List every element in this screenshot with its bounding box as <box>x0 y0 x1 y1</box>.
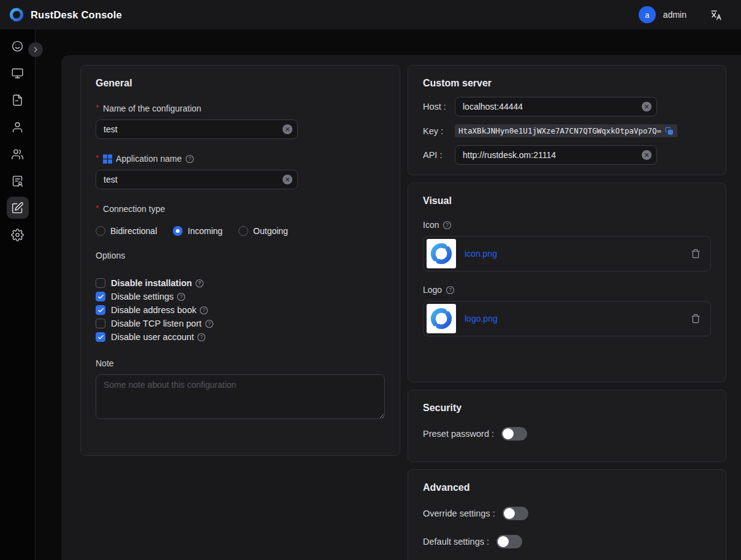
svg-text:?: ? <box>180 293 183 300</box>
logo-file-link[interactable]: logo.png <box>465 314 498 324</box>
svg-text:?: ? <box>198 280 201 286</box>
checkbox-disable-settings[interactable]: Disable settings ? <box>96 290 385 303</box>
sidebar-rail <box>0 29 36 560</box>
name-config-label: * Name of the configuration <box>96 104 385 113</box>
custom-server-title: Custom server <box>423 78 711 89</box>
rustdesk-logo-icon <box>9 7 25 23</box>
clear-api-icon[interactable]: ✕ <box>642 150 652 160</box>
required-asterisk: * <box>96 203 99 213</box>
sidebar-item-audit[interactable] <box>7 170 29 192</box>
api-input[interactable] <box>455 145 657 165</box>
settings-gear-icon <box>11 229 24 241</box>
application-name-input[interactable] <box>96 170 298 189</box>
help-icon[interactable]: ? <box>195 279 204 288</box>
windows-icon <box>103 154 112 164</box>
clear-name-icon[interactable]: ✕ <box>283 124 292 134</box>
toggle-knob <box>504 508 515 519</box>
copy-icon[interactable] <box>665 127 674 135</box>
general-title: General <box>96 78 385 89</box>
sidebar-item-devices[interactable] <box>7 62 29 84</box>
sidebar-item-settings[interactable] <box>7 224 29 246</box>
radio-circle-icon <box>173 226 183 236</box>
checkbox-disable-installation[interactable]: Disable installation ? <box>96 276 385 290</box>
preset-password-toggle[interactable] <box>501 427 527 441</box>
visual-title: Visual <box>423 195 711 206</box>
key-label: Key : <box>423 126 455 136</box>
general-card: General * Name of the configuration ✕ * … <box>80 65 400 456</box>
checkbox-icon <box>96 332 105 342</box>
checkbox-disable-address-book[interactable]: Disable address book ? <box>96 303 385 317</box>
user-name[interactable]: admin <box>663 10 686 20</box>
edit-icon <box>11 202 24 214</box>
override-settings-label: Override settings : <box>423 509 495 518</box>
logo-label: Logo ? <box>423 285 711 295</box>
radio-incoming[interactable]: Incoming <box>173 226 222 236</box>
help-icon[interactable]: ? <box>205 319 214 328</box>
note-textarea[interactable] <box>96 374 385 419</box>
help-icon[interactable]: ? <box>443 221 452 230</box>
translate-icon[interactable] <box>710 9 723 21</box>
host-input[interactable] <box>455 97 657 116</box>
server-key-value: HtaXBkJNHyn0e1U1jWXze7A7CN7QTGWqxkOtpaVp… <box>455 124 677 137</box>
security-card: Security Preset password : <box>408 390 726 462</box>
sidebar-item-dashboard[interactable] <box>7 35 29 57</box>
icon-thumbnail <box>427 239 456 268</box>
delete-icon-trash-icon[interactable] <box>691 249 701 259</box>
svg-text:?: ? <box>208 320 211 327</box>
sidebar-item-logs[interactable] <box>7 89 29 111</box>
clear-app-name-icon[interactable]: ✕ <box>283 175 292 184</box>
visual-card: Visual Icon ? icon.png <box>408 183 726 382</box>
help-icon[interactable]: ? <box>199 306 208 315</box>
sidebar-item-custom-client[interactable] <box>7 197 29 219</box>
logo-thumbnail <box>427 304 456 333</box>
radio-bidirectional[interactable]: Bidirectional <box>96 226 157 236</box>
advanced-title: Advanced <box>423 482 711 493</box>
radio-circle-icon <box>238 226 248 236</box>
icon-file-row: icon.png <box>423 236 711 271</box>
radio-circle-icon <box>96 226 105 236</box>
preset-password-label: Preset password : <box>423 429 494 439</box>
default-settings-toggle[interactable] <box>496 535 522 548</box>
host-label: Host : <box>423 102 455 112</box>
api-label: API : <box>423 150 455 160</box>
clear-host-icon[interactable]: ✕ <box>642 102 652 112</box>
default-settings-label: Default settings : <box>423 537 489 547</box>
user-avatar[interactable]: a <box>639 6 656 23</box>
sidebar-collapse-button[interactable] <box>28 42 43 57</box>
svg-text:?: ? <box>203 307 206 313</box>
radio-outgoing[interactable]: Outgoing <box>238 226 288 236</box>
chevron-right-icon <box>32 46 39 53</box>
custom-server-card: Custom server Host : ✕ Key : HtaXBkJNHyn… <box>408 65 726 175</box>
users-icon <box>11 148 24 161</box>
help-icon[interactable]: ? <box>446 286 455 295</box>
audit-log-icon <box>11 175 24 187</box>
checkbox-disable-user-account[interactable]: Disable user account ? <box>96 330 385 344</box>
user-icon <box>11 121 24 134</box>
checkbox-icon <box>96 292 105 301</box>
toggle-knob <box>503 428 514 439</box>
options-checkbox-list: Disable installation ? Disable settings … <box>96 276 385 344</box>
sidebar-item-users[interactable] <box>7 116 29 138</box>
help-icon[interactable]: ? <box>177 292 186 301</box>
monitor-icon <box>11 67 24 80</box>
override-settings-toggle[interactable] <box>503 507 528 520</box>
svg-text:?: ? <box>449 287 452 293</box>
checkbox-icon <box>96 319 105 328</box>
name-config-input[interactable] <box>96 119 298 139</box>
help-icon[interactable]: ? <box>197 333 206 342</box>
toggle-knob <box>498 536 509 547</box>
checkbox-icon <box>96 305 105 315</box>
svg-text:?: ? <box>446 222 449 228</box>
icon-label: Icon ? <box>423 220 711 230</box>
help-icon[interactable]: ? <box>185 154 194 164</box>
sidebar-item-groups[interactable] <box>7 143 29 165</box>
svg-text:?: ? <box>200 334 203 340</box>
required-asterisk: * <box>96 103 99 112</box>
options-label: Options <box>96 251 385 260</box>
delete-logo-trash-icon[interactable] <box>691 314 701 324</box>
checkbox-icon <box>96 278 105 288</box>
document-icon <box>11 94 24 107</box>
checkbox-disable-tcp-listen-port[interactable]: Disable TCP listen port ? <box>96 317 385 330</box>
content-panel: General * Name of the configuration ✕ * … <box>61 55 741 560</box>
icon-file-link[interactable]: icon.png <box>465 249 497 259</box>
